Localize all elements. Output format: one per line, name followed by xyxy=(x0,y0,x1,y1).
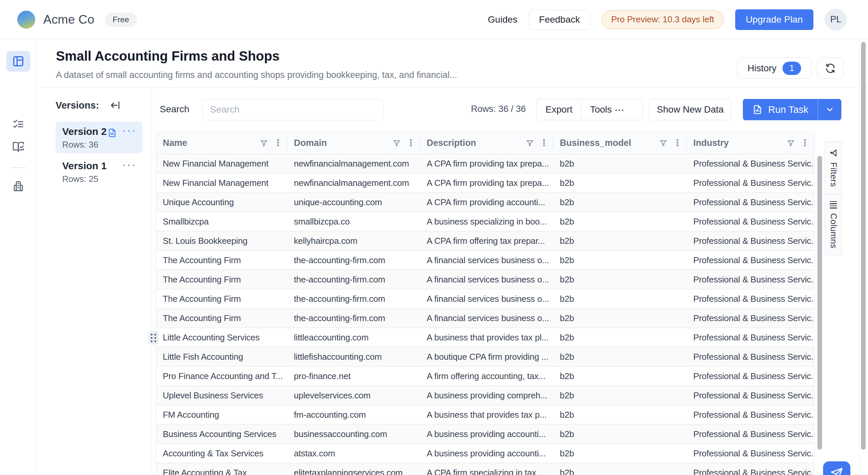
table-cell[interactable]: Unique Accounting xyxy=(156,197,287,208)
page-scrollbar[interactable] xyxy=(861,42,866,450)
table-cell[interactable]: b2b xyxy=(553,410,687,420)
more-options-icon[interactable]: ⋯ xyxy=(614,99,632,120)
table-row[interactable]: Uplevel Business Servicesuplevelservices… xyxy=(156,386,814,405)
column-header-description[interactable]: Description ⋮ xyxy=(420,132,553,154)
table-cell[interactable]: Professional & Business Servic... xyxy=(687,371,814,381)
filter-icon[interactable] xyxy=(393,139,401,148)
table-cell[interactable]: unique-accounting.com xyxy=(287,197,420,208)
table-row[interactable]: Smallbizcpasmallbizcpa.coA business spec… xyxy=(156,212,814,232)
table-row[interactable]: The Accounting Firmthe-accounting-firm.c… xyxy=(156,309,814,328)
run-task-button[interactable]: Run Task xyxy=(743,99,818,120)
table-cell[interactable]: b2b xyxy=(553,332,687,343)
table-row[interactable]: The Accounting Firmthe-accounting-firm.c… xyxy=(156,251,814,270)
tab-filters[interactable]: Filters xyxy=(825,142,842,194)
table-cell[interactable]: the-accounting-firm.com xyxy=(287,274,420,285)
table-cell[interactable]: Professional & Business Servic... xyxy=(687,294,814,304)
table-cell[interactable]: Professional & Business Servic... xyxy=(687,313,814,323)
table-cell[interactable]: Professional & Business Servic... xyxy=(687,410,814,420)
column-header-domain[interactable]: Domain ⋮ xyxy=(287,132,420,154)
table-cell[interactable]: the-accounting-firm.com xyxy=(287,255,420,265)
column-menu-icon[interactable]: ⋮ xyxy=(673,139,682,148)
user-avatar[interactable]: PL xyxy=(825,9,847,31)
table-cell[interactable]: b2b xyxy=(553,255,687,265)
column-menu-icon[interactable]: ⋮ xyxy=(539,139,549,148)
table-cell[interactable]: the-accounting-firm.com xyxy=(287,294,420,304)
table-cell[interactable]: A business specializing in boo... xyxy=(420,216,553,227)
pro-preview-pill[interactable]: Pro Preview: 10.3 days left xyxy=(602,10,724,29)
table-row[interactable]: Elite Accounting & Taxelitetaxplanningse… xyxy=(156,463,814,475)
table-cell[interactable]: atstax.com xyxy=(287,448,420,459)
table-cell[interactable]: b2b xyxy=(553,158,687,169)
table-cell[interactable]: The Accounting Firm xyxy=(156,255,287,265)
table-scrollbar[interactable] xyxy=(817,156,822,450)
table-cell[interactable]: fm-accounting.com xyxy=(287,410,420,420)
upgrade-plan-button[interactable]: Upgrade Plan xyxy=(735,9,813,30)
column-header-business-model[interactable]: Business_model ⋮ xyxy=(553,132,687,154)
table-cell[interactable]: New Financial Management xyxy=(156,178,287,188)
guides-link[interactable]: Guides xyxy=(488,14,518,25)
table-row[interactable]: Little Accounting Serviceslittleaccounti… xyxy=(156,328,814,348)
column-menu-icon[interactable]: ⋮ xyxy=(274,139,283,148)
table-cell[interactable]: newfinancialmanagement.com xyxy=(287,178,420,188)
table-cell[interactable]: b2b xyxy=(553,352,687,362)
refresh-button[interactable] xyxy=(817,58,844,79)
table-cell[interactable]: A CPA firm providing tax prepa... xyxy=(420,178,553,188)
table-cell[interactable]: Professional & Business Servic... xyxy=(687,216,814,227)
table-cell[interactable]: b2b xyxy=(553,216,687,227)
table-cell[interactable]: littleaccounting.com xyxy=(287,332,420,343)
table-cell[interactable]: b2b xyxy=(553,313,687,323)
table-row[interactable]: St. Louis Bookkeepingkellyhaircpa.comA C… xyxy=(156,232,814,251)
table-cell[interactable]: b2b xyxy=(553,294,687,304)
nav-library-icon[interactable] xyxy=(6,137,30,157)
table-cell[interactable]: A boutique CPA firm providing ... xyxy=(420,352,553,362)
table-cell[interactable]: Professional & Business Servic... xyxy=(687,448,814,459)
table-cell[interactable]: A business providing compreh... xyxy=(420,390,553,401)
table-cell[interactable]: A CPA firm specializing in tax ... xyxy=(420,468,553,475)
table-cell[interactable]: Professional & Business Servic... xyxy=(687,274,814,285)
table-cell[interactable]: A financial services business o... xyxy=(420,313,553,323)
export-button[interactable]: Export xyxy=(537,99,581,120)
table-row[interactable]: FM Accountingfm-accounting.comA business… xyxy=(156,405,814,425)
filter-icon[interactable] xyxy=(659,139,668,148)
table-cell[interactable]: b2b xyxy=(553,390,687,401)
column-menu-icon[interactable]: ⋮ xyxy=(800,139,809,148)
table-cell[interactable]: Professional & Business Servic... xyxy=(687,429,814,439)
table-row[interactable]: Little Fish Accountinglittlefishaccounti… xyxy=(156,348,814,367)
table-cell[interactable]: A business that provides tax p... xyxy=(420,410,553,420)
filter-icon[interactable] xyxy=(786,139,795,148)
table-row[interactable]: Unique Accountingunique-accounting.comA … xyxy=(156,193,814,212)
table-cell[interactable]: the-accounting-firm.com xyxy=(287,313,420,323)
table-cell[interactable]: kellyhaircpa.com xyxy=(287,236,420,246)
table-cell[interactable]: smallbizcpa.co xyxy=(287,216,420,227)
version-menu-icon[interactable]: ··· xyxy=(122,124,136,137)
table-cell[interactable]: A business that provides tax pl... xyxy=(420,332,553,343)
table-cell[interactable]: The Accounting Firm xyxy=(156,274,287,285)
table-cell[interactable]: A CPA firm providing accounti... xyxy=(420,197,553,208)
table-cell[interactable]: Professional & Business Servic... xyxy=(687,255,814,265)
table-cell[interactable]: Little Fish Accounting xyxy=(156,352,287,362)
table-cell[interactable]: Professional & Business Servic... xyxy=(687,352,814,362)
show-new-data-button[interactable]: Show New Data xyxy=(649,99,732,120)
table-row[interactable]: Accounting & Tax Servicesatstax.comA bus… xyxy=(156,444,814,463)
table-cell[interactable]: b2b xyxy=(553,197,687,208)
column-header-name[interactable]: Name ⋮ xyxy=(156,132,287,154)
table-cell[interactable]: Professional & Business Servic... xyxy=(687,332,814,343)
table-cell[interactable]: A business providing accounti... xyxy=(420,429,553,439)
history-button[interactable]: History 1 xyxy=(737,58,811,79)
table-cell[interactable]: b2b xyxy=(553,468,687,475)
column-menu-icon[interactable]: ⋮ xyxy=(406,139,415,148)
table-cell[interactable]: pro-finance.net xyxy=(287,371,420,381)
table-cell[interactable]: Business Accounting Services xyxy=(156,429,287,439)
version-menu-icon[interactable]: ··· xyxy=(122,158,136,171)
table-cell[interactable]: b2b xyxy=(553,429,687,439)
column-header-industry[interactable]: Industry ⋮ xyxy=(687,132,814,154)
table-row[interactable]: Business Accounting Servicesbusinessacco… xyxy=(156,425,814,444)
nav-table-icon[interactable] xyxy=(6,51,30,71)
table-cell[interactable]: b2b xyxy=(553,274,687,285)
tab-columns[interactable]: Columns xyxy=(825,194,842,256)
assistant-fab[interactable] xyxy=(823,461,850,475)
table-cell[interactable]: b2b xyxy=(553,448,687,459)
table-cell[interactable]: elitetaxplanningservices.com xyxy=(287,468,420,475)
filter-icon[interactable] xyxy=(526,139,534,148)
table-row[interactable]: The Accounting Firmthe-accounting-firm.c… xyxy=(156,290,814,309)
